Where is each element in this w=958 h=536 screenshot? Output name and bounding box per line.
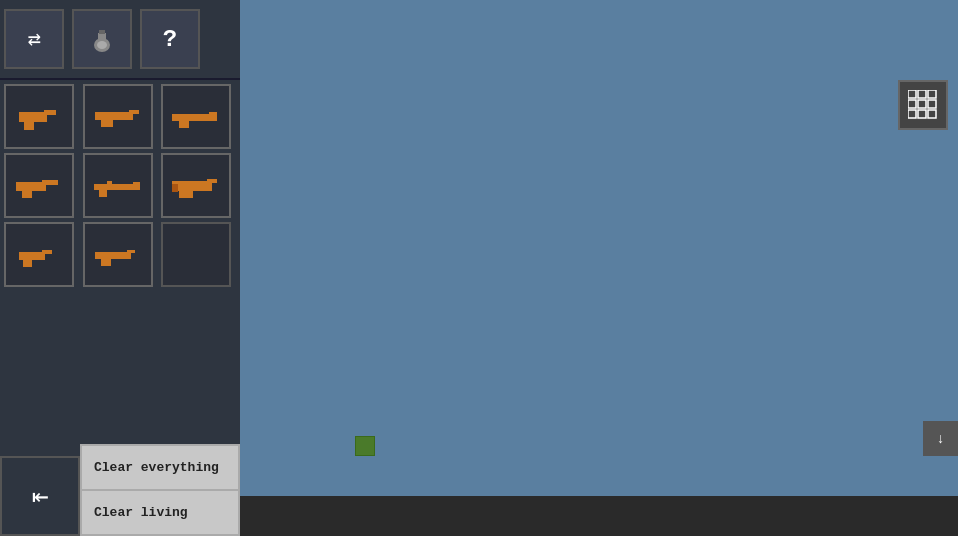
svg-rect-22: [16, 182, 46, 191]
svg-rect-21: [209, 112, 217, 116]
svg-rect-28: [107, 181, 112, 187]
svg-rect-11: [99, 30, 105, 34]
tool2-button[interactable]: [72, 9, 132, 69]
svg-rect-30: [179, 191, 193, 198]
sniper-icon: [93, 171, 143, 201]
svg-rect-32: [172, 184, 178, 192]
exit-icon: ⇥: [32, 479, 49, 513]
svg-rect-1: [918, 90, 926, 98]
list-item[interactable]: [83, 84, 153, 149]
rifle-icon: [171, 102, 221, 132]
smg2-icon: [93, 240, 143, 270]
exit-button[interactable]: ⇥: [0, 456, 80, 536]
svg-rect-17: [101, 120, 113, 127]
green-pixel-object: [355, 436, 375, 456]
swap-icon: ⇄: [27, 26, 40, 53]
svg-rect-15: [24, 122, 34, 130]
swap-button[interactable]: ⇄: [4, 9, 64, 69]
svg-rect-23: [22, 191, 32, 198]
svg-rect-7: [918, 110, 926, 118]
smg-icon: [93, 102, 143, 132]
grid-toggle-button[interactable]: [898, 80, 948, 130]
svg-rect-34: [42, 250, 52, 254]
svg-rect-27: [133, 182, 140, 186]
list-item[interactable]: [4, 153, 74, 218]
grid-icon: [908, 90, 938, 120]
list-item[interactable]: [83, 222, 153, 287]
list-item[interactable]: [83, 153, 153, 218]
list-item[interactable]: [161, 84, 231, 149]
svg-rect-33: [19, 252, 45, 260]
list-item[interactable]: [4, 84, 74, 149]
svg-point-12: [97, 41, 107, 49]
svg-rect-38: [127, 250, 135, 253]
item-grid: [0, 80, 240, 291]
svg-rect-16: [95, 112, 133, 120]
question-icon: ?: [163, 26, 177, 53]
clear-everything-button[interactable]: Clear everything: [81, 445, 239, 490]
list-item[interactable]: [161, 222, 231, 287]
svg-rect-20: [179, 121, 189, 128]
svg-rect-5: [928, 100, 936, 108]
svg-rect-31: [207, 179, 217, 183]
svg-rect-36: [95, 252, 131, 259]
svg-rect-0: [908, 90, 916, 98]
pistol-icon: [14, 102, 64, 132]
svg-rect-18: [129, 110, 139, 114]
game-area: ↓: [240, 0, 958, 496]
weapon-button[interactable]: ?: [140, 9, 200, 69]
lmg-icon: [171, 171, 221, 201]
pistol2-icon: [14, 240, 64, 270]
svg-rect-35: [23, 260, 32, 267]
bottom-bar: [240, 496, 958, 536]
list-item[interactable]: [161, 153, 231, 218]
shotgun-icon: [14, 171, 64, 201]
list-item[interactable]: [4, 222, 74, 287]
svg-rect-24: [42, 180, 58, 185]
clear-menu: Clear everything Clear living: [80, 444, 240, 536]
svg-rect-2: [928, 90, 936, 98]
clear-living-button[interactable]: Clear living: [81, 490, 239, 535]
svg-rect-6: [908, 110, 916, 118]
svg-rect-8: [928, 110, 936, 118]
svg-rect-14: [44, 110, 56, 115]
svg-rect-4: [918, 100, 926, 108]
sidebar: ⇄ ?: [0, 0, 240, 536]
down-arrow-icon: ↓: [936, 431, 944, 447]
toolbar: ⇄ ?: [0, 0, 240, 80]
svg-rect-13: [19, 112, 47, 122]
svg-rect-37: [101, 259, 111, 266]
potion-icon: [88, 25, 116, 53]
bottom-right-icon: ↓: [923, 421, 958, 456]
svg-rect-26: [99, 190, 107, 197]
svg-rect-3: [908, 100, 916, 108]
